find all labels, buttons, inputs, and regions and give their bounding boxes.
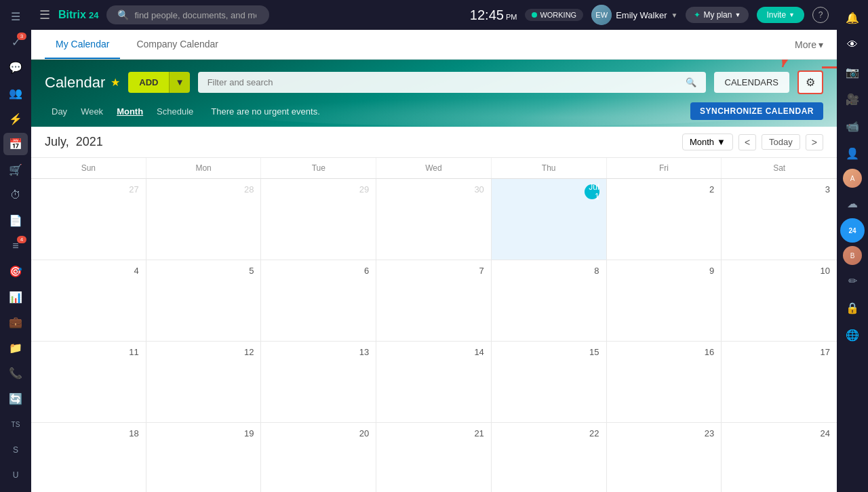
invite-button[interactable]: Invite ▼ <box>757 7 804 23</box>
add-dropdown-button[interactable]: ▼ <box>169 72 189 93</box>
date-number: 23 <box>611 427 717 440</box>
date-number: Jul 1 <box>496 183 602 186</box>
sidebar-item-chat[interactable]: 💬 <box>3 56 28 79</box>
filter-search-bar[interactable]: 🔍 <box>198 72 706 93</box>
logo-version: 24 <box>89 10 98 20</box>
calendar-cell-20[interactable]: 20 <box>261 423 376 492</box>
calendar-cell-8[interactable]: 8 <box>492 260 607 342</box>
tab-my-calendar[interactable]: My Calendar <box>45 30 120 59</box>
sidebar-video2[interactable]: 📹 <box>840 114 865 138</box>
calendar-cell-28[interactable]: 28 <box>146 179 262 260</box>
sidebar-item-filter[interactable]: ≡ 4 <box>3 234 28 258</box>
sidebar-item-phone[interactable]: 📞 <box>3 362 28 385</box>
calendar-cell-19[interactable]: 19 <box>146 423 262 492</box>
calendar-cell-30[interactable]: 30 <box>376 179 492 260</box>
calendar-cell-13[interactable]: 13 <box>261 342 376 423</box>
sidebar-item-folder[interactable]: 📁 <box>3 337 28 360</box>
calendar-cell-5[interactable]: 5 <box>146 260 262 342</box>
view-schedule-button[interactable]: Schedule <box>150 104 200 119</box>
tabs-bar: My Calendar Company Calendar More ▾ <box>31 30 837 60</box>
tab-company-calendar[interactable]: Company Calendar <box>125 30 229 59</box>
calendar-cell-22[interactable]: 22 <box>492 423 607 492</box>
calendar-cell-7[interactable]: 7 <box>376 260 492 342</box>
sidebar-item-people[interactable]: 👥 <box>3 82 28 105</box>
calendars-button[interactable]: CALENDARS <box>714 72 789 93</box>
calendar-cell-4[interactable]: 4 <box>31 260 146 342</box>
month-header: July, 2021 Month ▼ < Today > <box>31 127 837 158</box>
sidebar-item-s[interactable]: S <box>3 438 28 462</box>
view-month-button[interactable]: Month <box>110 104 150 119</box>
more-arrow: ▾ <box>818 39 823 50</box>
calendar-cell-12[interactable]: 12 <box>146 342 262 423</box>
calendar-cell-11[interactable]: 11 <box>31 342 146 423</box>
sidebar-item-calendar[interactable]: 📅 <box>3 133 28 156</box>
sidebar-lock[interactable]: 🔒 <box>840 295 865 320</box>
calendar-cell-2[interactable]: 2 <box>607 179 722 260</box>
sidebar-video1[interactable]: 🎥 <box>840 87 865 111</box>
help-icon: ? <box>818 10 823 20</box>
sidebar-item-briefcase[interactable]: 💼 <box>3 311 28 334</box>
sidebar-24-badge[interactable]: 24 <box>840 218 865 243</box>
sidebar-item-ts[interactable]: TS <box>3 413 28 436</box>
sidebar-bell[interactable]: 🔔 <box>840 5 865 30</box>
calendar-cell-10[interactable]: 10 <box>722 260 837 342</box>
date-number: 22 <box>496 427 602 440</box>
sidebar-edit[interactable]: ✏ <box>840 268 865 293</box>
hamburger-menu[interactable]: ☰ <box>39 7 50 22</box>
calendar-cell-16[interactable]: 16 <box>607 342 722 423</box>
add-button[interactable]: ADD <box>128 72 169 93</box>
calendar-cell-24[interactable]: 24 <box>722 423 837 492</box>
view-day-button[interactable]: Day <box>45 104 74 119</box>
calendar-cell-21[interactable]: 21 <box>376 423 492 492</box>
star-icon[interactable]: ★ <box>111 76 120 89</box>
calendar-cell-29[interactable]: 29 <box>261 179 376 260</box>
sidebar-globe[interactable]: 🌐 <box>840 323 865 347</box>
date-number: 2 <box>611 183 717 196</box>
date-number: 7 <box>380 264 487 277</box>
sidebar-item-shopping[interactable]: 🛒 <box>3 158 28 181</box>
sidebar-item-document[interactable]: 📄 <box>3 209 28 232</box>
sidebar-cloud[interactable]: ☁ <box>840 191 865 216</box>
calendar-grid-wrapper: July, 2021 Month ▼ < Today > Sun Mon Tue <box>31 127 837 492</box>
calendar-cell-23[interactable]: 23 <box>607 423 722 492</box>
today-button[interactable]: Today <box>762 134 800 150</box>
calendar-cell-3[interactable]: 3 <box>722 179 837 260</box>
sidebar-user-circle[interactable]: 👤 <box>840 141 865 165</box>
sidebar-item-grid[interactable]: ☰ <box>3 5 28 28</box>
prev-month-button[interactable]: < <box>738 134 756 150</box>
working-status[interactable]: WORKING <box>525 9 583 21</box>
sidebar-item-u[interactable]: U <box>3 464 28 487</box>
calendar-cell-6[interactable]: 6 <box>261 260 376 342</box>
sidebar-camera1[interactable]: 📷 <box>840 60 865 84</box>
sidebar-item-tasks[interactable]: ✓ 3 <box>3 31 28 54</box>
user-profile[interactable]: EW Emily Walker ▼ <box>591 5 677 25</box>
calendar-cell-15[interactable]: 15 <box>492 342 607 423</box>
calendar-cell-17[interactable]: 17 <box>722 342 837 423</box>
filter-search-input[interactable] <box>208 77 680 87</box>
sidebar-item-clock[interactable]: ⏱ <box>3 184 28 207</box>
top-navigation: ☰ Bitrix 24 🔍 12:45 PM WORKING EW Emily … <box>31 0 837 30</box>
sidebar-item-chart[interactable]: 📊 <box>3 285 28 308</box>
sidebar-eye[interactable]: 👁 <box>840 33 865 57</box>
date-number: 27 <box>35 183 142 196</box>
sidebar-item-activity[interactable]: ⚡ <box>3 107 28 130</box>
search-input[interactable] <box>134 10 256 20</box>
sidebar-item-target[interactable]: 🎯 <box>3 260 28 283</box>
left-sidebar: ☰ ✓ 3 💬 👥 ⚡ 📅 🛒 ⏱ 📄 ≡ 4 🎯 📊 💼 📁 📞 🔄 TS S… <box>0 0 31 492</box>
calendar-cell-9[interactable]: 9 <box>607 260 722 342</box>
calendar-cell-14[interactable]: 14 <box>376 342 492 423</box>
calendar-cell-27[interactable]: 27 <box>31 179 146 260</box>
next-month-button[interactable]: > <box>806 134 823 150</box>
calendar-cell-today[interactable]: Jul 1 <box>492 179 607 260</box>
month-view-selector[interactable]: Month ▼ <box>682 134 733 150</box>
global-search-bar[interactable]: 🔍 <box>106 5 269 24</box>
tabs-more[interactable]: More ▾ <box>795 39 823 50</box>
help-button[interactable]: ? <box>812 7 829 23</box>
my-plan-button[interactable]: ✦ My plan ▼ <box>686 7 749 23</box>
view-week-button[interactable]: Week <box>74 104 110 119</box>
date-number: 9 <box>611 264 717 277</box>
calendar-cell-18[interactable]: 18 <box>31 423 146 492</box>
sidebar-item-sync[interactable]: 🔄 <box>3 388 28 411</box>
settings-button[interactable]: ⚙ <box>797 70 823 94</box>
synchronize-calendar-button[interactable]: SYNCHRONIZE CALENDAR <box>690 102 823 120</box>
